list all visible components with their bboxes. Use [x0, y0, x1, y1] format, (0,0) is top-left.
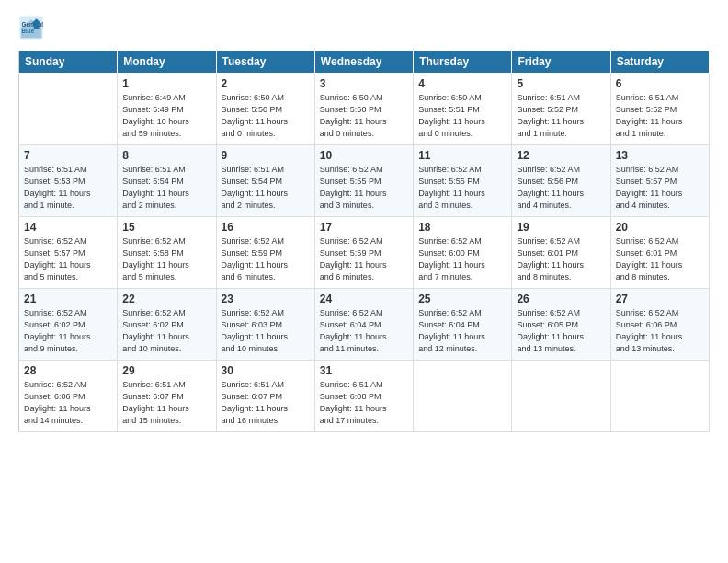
week-row-2: 7Sunrise: 6:51 AM Sunset: 5:53 PM Daylig… [19, 145, 710, 217]
day-info: Sunrise: 6:52 AM Sunset: 5:58 PM Dayligh… [122, 236, 210, 283]
day-number: 7 [24, 149, 112, 162]
calendar-cell [414, 361, 512, 432]
day-info: Sunrise: 6:51 AM Sunset: 6:07 PM Dayligh… [222, 379, 310, 427]
day-number: 30 [222, 364, 310, 377]
calendar-cell [610, 361, 709, 432]
day-number: 28 [24, 364, 112, 377]
calendar-cell: 1Sunrise: 6:49 AM Sunset: 5:49 PM Daylig… [118, 74, 216, 145]
calendar-cell: 22Sunrise: 6:52 AM Sunset: 6:02 PM Dayli… [118, 289, 216, 361]
svg-text:General: General [22, 21, 44, 28]
calendar-cell: 29Sunrise: 6:51 AM Sunset: 6:07 PM Dayli… [118, 361, 216, 432]
calendar-cell: 20Sunrise: 6:52 AM Sunset: 6:01 PM Dayli… [610, 217, 709, 289]
day-info: Sunrise: 6:51 AM Sunset: 5:52 PM Dayligh… [616, 92, 704, 140]
day-number: 19 [517, 221, 605, 234]
weekday-header-sunday: Sunday [19, 51, 118, 74]
day-info: Sunrise: 6:52 AM Sunset: 6:04 PM Dayligh… [320, 307, 408, 355]
day-info: Sunrise: 6:52 AM Sunset: 5:57 PM Dayligh… [616, 164, 704, 212]
day-number: 8 [122, 149, 210, 162]
week-row-4: 21Sunrise: 6:52 AM Sunset: 6:02 PM Dayli… [19, 289, 710, 361]
calendar-cell: 23Sunrise: 6:52 AM Sunset: 6:03 PM Dayli… [216, 289, 314, 361]
day-number: 25 [418, 293, 506, 305]
day-number: 9 [222, 149, 310, 162]
calendar-cell: 11Sunrise: 6:52 AM Sunset: 5:55 PM Dayli… [414, 145, 512, 217]
calendar-cell: 24Sunrise: 6:52 AM Sunset: 6:04 PM Dayli… [314, 289, 413, 361]
calendar-cell: 13Sunrise: 6:52 AM Sunset: 5:57 PM Dayli… [610, 145, 709, 217]
day-number: 21 [24, 293, 112, 305]
logo: General Blue [18, 15, 48, 40]
day-number: 29 [122, 364, 210, 377]
day-number: 3 [320, 77, 408, 90]
day-number: 17 [320, 221, 408, 234]
week-row-1: 1Sunrise: 6:49 AM Sunset: 5:49 PM Daylig… [19, 74, 710, 145]
day-number: 5 [517, 77, 605, 90]
day-number: 11 [418, 149, 506, 162]
day-info: Sunrise: 6:51 AM Sunset: 6:08 PM Dayligh… [320, 379, 408, 427]
day-number: 4 [418, 77, 506, 90]
calendar-table: SundayMondayTuesdayWednesdayThursdayFrid… [18, 50, 710, 432]
day-info: Sunrise: 6:49 AM Sunset: 5:49 PM Dayligh… [122, 92, 210, 140]
day-info: Sunrise: 6:52 AM Sunset: 6:01 PM Dayligh… [616, 236, 704, 283]
calendar-cell: 18Sunrise: 6:52 AM Sunset: 6:00 PM Dayli… [414, 217, 512, 289]
weekday-header-tuesday: Tuesday [216, 51, 314, 74]
day-number: 14 [24, 221, 112, 234]
day-number: 24 [320, 293, 408, 305]
page-container: General Blue SundayMondayTuesdayWednesda… [0, 0, 728, 442]
calendar-cell: 12Sunrise: 6:52 AM Sunset: 5:56 PM Dayli… [512, 145, 610, 217]
calendar-cell: 30Sunrise: 6:51 AM Sunset: 6:07 PM Dayli… [216, 361, 314, 432]
day-info: Sunrise: 6:51 AM Sunset: 5:54 PM Dayligh… [222, 164, 310, 212]
day-info: Sunrise: 6:50 AM Sunset: 5:50 PM Dayligh… [320, 92, 408, 140]
calendar-cell: 25Sunrise: 6:52 AM Sunset: 6:04 PM Dayli… [414, 289, 512, 361]
day-number: 23 [222, 293, 310, 305]
day-info: Sunrise: 6:52 AM Sunset: 6:02 PM Dayligh… [24, 307, 112, 355]
day-info: Sunrise: 6:52 AM Sunset: 5:57 PM Dayligh… [24, 236, 112, 283]
day-info: Sunrise: 6:51 AM Sunset: 5:54 PM Dayligh… [122, 164, 210, 212]
day-number: 16 [222, 221, 310, 234]
day-number: 15 [122, 221, 210, 234]
day-info: Sunrise: 6:52 AM Sunset: 6:01 PM Dayligh… [517, 236, 605, 283]
day-info: Sunrise: 6:52 AM Sunset: 5:59 PM Dayligh… [320, 236, 408, 283]
calendar-cell: 4Sunrise: 6:50 AM Sunset: 5:51 PM Daylig… [414, 74, 512, 145]
day-number: 26 [517, 293, 605, 305]
calendar-cell: 28Sunrise: 6:52 AM Sunset: 6:06 PM Dayli… [19, 361, 118, 432]
weekday-header-row: SundayMondayTuesdayWednesdayThursdayFrid… [19, 51, 710, 74]
weekday-header-thursday: Thursday [414, 51, 512, 74]
day-info: Sunrise: 6:52 AM Sunset: 6:06 PM Dayligh… [24, 379, 112, 427]
calendar-cell: 14Sunrise: 6:52 AM Sunset: 5:57 PM Dayli… [19, 217, 118, 289]
calendar-cell: 10Sunrise: 6:52 AM Sunset: 5:55 PM Dayli… [314, 145, 413, 217]
calendar-cell: 27Sunrise: 6:52 AM Sunset: 6:06 PM Dayli… [610, 289, 709, 361]
day-number: 27 [616, 293, 704, 305]
day-number: 10 [320, 149, 408, 162]
calendar-cell: 9Sunrise: 6:51 AM Sunset: 5:54 PM Daylig… [216, 145, 314, 217]
day-number: 6 [616, 77, 704, 90]
day-info: Sunrise: 6:52 AM Sunset: 5:55 PM Dayligh… [418, 164, 506, 212]
day-info: Sunrise: 6:52 AM Sunset: 6:04 PM Dayligh… [418, 307, 506, 355]
weekday-header-friday: Friday [512, 51, 610, 74]
calendar-cell: 15Sunrise: 6:52 AM Sunset: 5:58 PM Dayli… [118, 217, 216, 289]
calendar-cell [512, 361, 610, 432]
weekday-header-wednesday: Wednesday [314, 51, 413, 74]
day-number: 22 [122, 293, 210, 305]
svg-text:Blue: Blue [22, 28, 35, 34]
calendar-cell: 2Sunrise: 6:50 AM Sunset: 5:50 PM Daylig… [216, 74, 314, 145]
day-info: Sunrise: 6:52 AM Sunset: 6:06 PM Dayligh… [616, 307, 704, 355]
day-info: Sunrise: 6:52 AM Sunset: 6:03 PM Dayligh… [222, 307, 310, 355]
day-info: Sunrise: 6:52 AM Sunset: 5:56 PM Dayligh… [517, 164, 605, 212]
day-info: Sunrise: 6:52 AM Sunset: 6:00 PM Dayligh… [418, 236, 506, 283]
day-info: Sunrise: 6:50 AM Sunset: 5:50 PM Dayligh… [222, 92, 310, 140]
week-row-3: 14Sunrise: 6:52 AM Sunset: 5:57 PM Dayli… [19, 217, 710, 289]
day-number: 18 [418, 221, 506, 234]
calendar-cell: 8Sunrise: 6:51 AM Sunset: 5:54 PM Daylig… [118, 145, 216, 217]
calendar-cell: 16Sunrise: 6:52 AM Sunset: 5:59 PM Dayli… [216, 217, 314, 289]
calendar-cell: 21Sunrise: 6:52 AM Sunset: 6:02 PM Dayli… [19, 289, 118, 361]
day-info: Sunrise: 6:51 AM Sunset: 5:53 PM Dayligh… [24, 164, 112, 212]
day-number: 31 [320, 364, 408, 377]
day-number: 13 [616, 149, 704, 162]
day-info: Sunrise: 6:52 AM Sunset: 6:02 PM Dayligh… [122, 307, 210, 355]
calendar-cell: 17Sunrise: 6:52 AM Sunset: 5:59 PM Dayli… [314, 217, 413, 289]
calendar-cell: 19Sunrise: 6:52 AM Sunset: 6:01 PM Dayli… [512, 217, 610, 289]
header: General Blue [18, 15, 710, 40]
day-number: 2 [222, 77, 310, 90]
day-info: Sunrise: 6:50 AM Sunset: 5:51 PM Dayligh… [418, 92, 506, 140]
logo-icon: General Blue [18, 15, 44, 40]
day-info: Sunrise: 6:51 AM Sunset: 6:07 PM Dayligh… [122, 379, 210, 427]
